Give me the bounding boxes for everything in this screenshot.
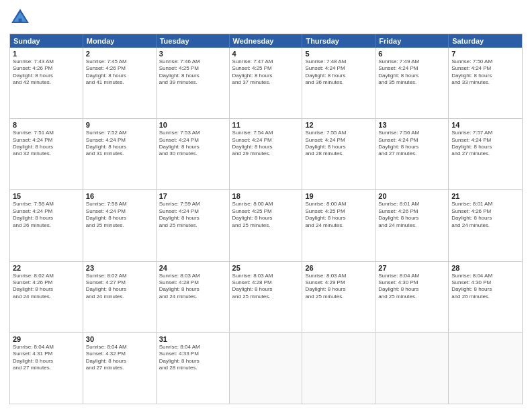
cell-line-1: Sunset: 4:28 PM (232, 279, 300, 286)
day-number: 10 (159, 121, 226, 129)
day-cell-15: 15Sunrise: 7:58 AMSunset: 4:24 PMDayligh… (10, 190, 83, 261)
day-cell-17: 17Sunrise: 7:59 AMSunset: 4:24 PMDayligh… (157, 190, 230, 261)
day-number: 11 (232, 121, 300, 129)
header-cell-tuesday: Tuesday (157, 34, 230, 48)
header-cell-sunday: Sunday (10, 34, 83, 48)
cell-line-1: Sunset: 4:24 PM (451, 65, 519, 72)
cell-line-3: and 24 minutes. (451, 222, 519, 229)
header-cell-friday: Friday (375, 34, 449, 48)
cell-line-2: Daylight: 8 hours (86, 144, 153, 150)
cell-line-0: Sunrise: 7:43 AM (13, 58, 80, 65)
cell-line-3: and 25 minutes. (305, 293, 372, 300)
day-cell-empty-4-5 (375, 333, 449, 404)
cell-line-2: Daylight: 8 hours (13, 144, 80, 150)
day-number: 6 (378, 50, 445, 58)
calendar-row-4: 29Sunrise: 8:04 AMSunset: 4:31 PMDayligh… (10, 332, 522, 404)
day-number: 9 (86, 121, 153, 129)
day-cell-12: 12Sunrise: 7:55 AMSunset: 4:24 PMDayligh… (302, 119, 375, 189)
day-number: 30 (86, 335, 153, 343)
day-number: 29 (13, 335, 80, 343)
cell-line-3: and 24 minutes. (13, 293, 80, 300)
cell-line-3: and 25 minutes. (86, 222, 153, 229)
cell-line-1: Sunset: 4:24 PM (13, 137, 80, 144)
day-cell-8: 8Sunrise: 7:51 AMSunset: 4:24 PMDaylight… (10, 119, 83, 189)
day-number: 19 (305, 192, 372, 200)
day-number: 26 (305, 264, 372, 272)
cell-line-3: and 39 minutes. (159, 79, 226, 86)
cell-line-0: Sunrise: 8:04 AM (86, 344, 153, 351)
day-number: 23 (86, 264, 153, 272)
cell-line-0: Sunrise: 8:01 AM (451, 201, 519, 208)
day-cell-1: 1Sunrise: 7:43 AMSunset: 4:26 PMDaylight… (10, 48, 83, 118)
cell-line-2: Daylight: 8 hours (159, 215, 226, 222)
day-number: 21 (451, 192, 519, 200)
cell-line-0: Sunrise: 7:48 AM (305, 58, 372, 65)
day-number: 15 (13, 192, 80, 200)
day-number: 2 (86, 50, 153, 58)
calendar-row-1: 8Sunrise: 7:51 AMSunset: 4:24 PMDaylight… (10, 118, 522, 189)
cell-line-1: Sunset: 4:25 PM (305, 208, 372, 215)
day-number: 22 (13, 264, 80, 272)
cell-line-1: Sunset: 4:30 PM (378, 279, 445, 286)
cell-line-2: Daylight: 8 hours (232, 286, 300, 293)
cell-line-2: Daylight: 8 hours (86, 215, 153, 222)
cell-line-2: Daylight: 8 hours (378, 73, 445, 79)
day-number: 18 (232, 192, 300, 200)
cell-line-0: Sunrise: 8:01 AM (378, 201, 445, 208)
day-cell-29: 29Sunrise: 8:04 AMSunset: 4:31 PMDayligh… (10, 333, 83, 404)
cell-line-2: Daylight: 8 hours (232, 215, 300, 222)
cell-line-2: Daylight: 8 hours (232, 73, 300, 79)
cell-line-1: Sunset: 4:26 PM (86, 65, 153, 72)
cell-line-3: and 30 minutes. (159, 150, 226, 157)
cell-line-2: Daylight: 8 hours (305, 286, 372, 293)
header (9, 7, 523, 28)
cell-line-3: and 37 minutes. (232, 79, 300, 86)
cell-line-1: Sunset: 4:24 PM (159, 137, 226, 144)
day-number: 5 (305, 50, 372, 58)
day-cell-empty-4-3 (230, 333, 303, 404)
calendar-row-3: 22Sunrise: 8:02 AMSunset: 4:26 PMDayligh… (10, 261, 522, 332)
cell-line-3: and 42 minutes. (13, 79, 80, 86)
day-cell-21: 21Sunrise: 8:01 AMSunset: 4:26 PMDayligh… (449, 190, 522, 261)
cell-line-2: Daylight: 8 hours (305, 144, 372, 150)
cell-line-0: Sunrise: 7:54 AM (232, 130, 300, 136)
day-cell-26: 26Sunrise: 8:03 AMSunset: 4:29 PMDayligh… (302, 262, 375, 332)
cell-line-0: Sunrise: 7:51 AM (13, 130, 80, 136)
day-cell-14: 14Sunrise: 7:57 AMSunset: 4:24 PMDayligh… (449, 119, 522, 189)
cell-line-0: Sunrise: 7:52 AM (86, 130, 153, 136)
cell-line-3: and 25 minutes. (378, 293, 445, 300)
cell-line-2: Daylight: 8 hours (13, 286, 80, 293)
day-cell-23: 23Sunrise: 8:02 AMSunset: 4:27 PMDayligh… (83, 262, 157, 332)
svg-rect-2 (19, 19, 22, 23)
cell-line-1: Sunset: 4:28 PM (159, 279, 226, 286)
cell-line-2: Daylight: 8 hours (159, 286, 226, 293)
day-number: 7 (451, 50, 519, 58)
cell-line-0: Sunrise: 8:03 AM (305, 273, 372, 279)
cell-line-0: Sunrise: 7:45 AM (86, 58, 153, 65)
day-number: 12 (305, 121, 372, 129)
cell-line-2: Daylight: 8 hours (378, 286, 445, 293)
day-cell-10: 10Sunrise: 7:53 AMSunset: 4:24 PMDayligh… (157, 119, 230, 189)
calendar: SundayMondayTuesdayWednesdayThursdayFrid… (9, 34, 523, 404)
cell-line-3: and 24 minutes. (159, 293, 226, 300)
calendar-body: 1Sunrise: 7:43 AMSunset: 4:26 PMDaylight… (10, 48, 522, 404)
day-cell-18: 18Sunrise: 8:00 AMSunset: 4:25 PMDayligh… (230, 190, 303, 261)
cell-line-1: Sunset: 4:26 PM (378, 208, 445, 215)
day-number: 8 (13, 121, 80, 129)
cell-line-0: Sunrise: 7:56 AM (378, 130, 445, 136)
day-cell-25: 25Sunrise: 8:03 AMSunset: 4:28 PMDayligh… (230, 262, 303, 332)
cell-line-3: and 27 minutes. (13, 365, 80, 371)
page: SundayMondayTuesdayWednesdayThursdayFrid… (0, 0, 532, 411)
cell-line-0: Sunrise: 8:00 AM (232, 201, 300, 208)
cell-line-3: and 25 minutes. (232, 293, 300, 300)
cell-line-1: Sunset: 4:31 PM (13, 351, 80, 357)
cell-line-2: Daylight: 8 hours (232, 144, 300, 150)
cell-line-2: Daylight: 8 hours (159, 144, 226, 150)
day-number: 25 (232, 264, 300, 272)
day-cell-9: 9Sunrise: 7:52 AMSunset: 4:24 PMDaylight… (83, 119, 157, 189)
calendar-row-0: 1Sunrise: 7:43 AMSunset: 4:26 PMDaylight… (10, 48, 522, 118)
header-cell-saturday: Saturday (449, 34, 522, 48)
day-cell-11: 11Sunrise: 7:54 AMSunset: 4:24 PMDayligh… (230, 119, 303, 189)
cell-line-0: Sunrise: 7:58 AM (86, 201, 153, 208)
day-number: 27 (378, 264, 445, 272)
